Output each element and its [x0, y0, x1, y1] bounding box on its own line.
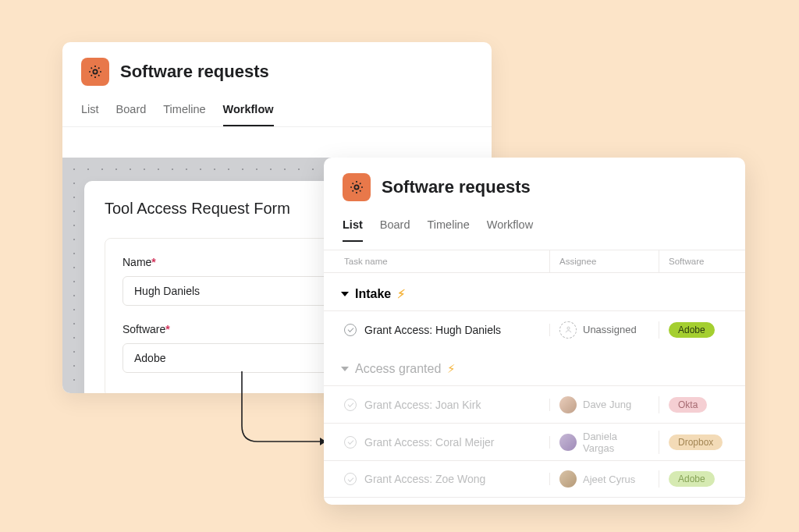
task-name-cell[interactable]: Grant Access: Coral Meijer: [324, 436, 550, 449]
assignee-name: Ajeet Cyrus: [583, 473, 635, 485]
tab-workflow[interactable]: Workflow: [487, 214, 533, 242]
unassigned-avatar-icon: [559, 321, 577, 339]
software-pill: Adobe: [669, 471, 715, 487]
tab-list[interactable]: List: [343, 214, 363, 242]
chevron-down-icon: [341, 367, 349, 371]
assignee-name: Dave Jung: [583, 399, 631, 410]
field-name-label-text: Name: [123, 256, 151, 268]
check-circle-icon[interactable]: [344, 473, 357, 485]
check-circle-icon[interactable]: [344, 436, 357, 449]
assignee-cell[interactable]: Unassigned: [550, 321, 659, 339]
task-row[interactable]: Grant Access: Hugh Daniels Unassigned Ad…: [324, 310, 745, 348]
tab-workflow[interactable]: Workflow: [223, 98, 274, 126]
avatar: [559, 470, 577, 488]
svg-point-1: [354, 185, 358, 189]
tab-board[interactable]: Board: [116, 98, 147, 126]
table-header: Task name Assignee Software: [324, 250, 745, 273]
task-row[interactable]: Grant Access: Zoe Wong Ajeet Cyrus Adobe: [324, 460, 745, 498]
assignee-name: Daniela Vargas: [583, 431, 649, 454]
task-name: Grant Access: Coral Meijer: [364, 436, 495, 449]
column-software[interactable]: Software: [659, 250, 745, 272]
svg-point-0: [93, 69, 97, 73]
section-title: Intake: [355, 287, 391, 301]
software-cell[interactable]: Adobe: [659, 322, 745, 338]
lightning-icon: ⚡︎: [397, 287, 406, 301]
software-cell[interactable]: Okta: [659, 397, 745, 413]
assignee-cell[interactable]: Daniela Vargas: [550, 431, 659, 454]
software-pill: Okta: [669, 397, 707, 413]
assignee-cell[interactable]: Ajeet Cyrus: [550, 470, 659, 488]
chevron-down-icon: [341, 292, 349, 296]
task-name-cell[interactable]: Grant Access: Hugh Daniels: [324, 324, 550, 336]
svg-point-2: [566, 327, 569, 329]
software-cell[interactable]: Adobe: [659, 471, 745, 487]
list-card: Software requests List Board Timeline Wo…: [324, 158, 745, 505]
project-icon-tile: [81, 58, 109, 86]
gear-icon: [349, 179, 364, 195]
task-name-cell[interactable]: Grant Access: Joan Kirk: [324, 399, 550, 411]
column-task[interactable]: Task name: [324, 250, 550, 272]
section-access-granted[interactable]: Access granted ⚡︎: [324, 348, 745, 385]
gear-icon: [87, 64, 103, 80]
assignee-name: Unassigned: [583, 324, 637, 335]
task-row[interactable]: Grant Access: Coral Meijer Daniela Varga…: [324, 423, 745, 460]
software-pill: Adobe: [669, 322, 715, 338]
section-title: Access granted: [355, 362, 441, 376]
card-header: Software requests: [62, 42, 492, 90]
project-icon-tile: [343, 173, 371, 201]
tab-board[interactable]: Board: [380, 214, 410, 242]
check-circle-icon[interactable]: [344, 324, 357, 336]
assignee-cell[interactable]: Dave Jung: [550, 396, 659, 413]
project-title: Software requests: [382, 177, 531, 197]
view-tabs-back: List Board Timeline Workflow: [62, 90, 492, 127]
tab-timeline[interactable]: Timeline: [427, 214, 469, 242]
task-name: Grant Access: Hugh Daniels: [364, 324, 501, 336]
lightning-icon: ⚡︎: [447, 362, 456, 376]
column-assignee[interactable]: Assignee: [550, 250, 659, 272]
section-intake[interactable]: Intake ⚡︎: [324, 273, 745, 310]
software-cell[interactable]: Dropbox: [659, 434, 745, 450]
view-tabs-front: List Board Timeline Workflow: [324, 206, 745, 242]
card-header: Software requests: [324, 158, 745, 206]
required-asterisk: *: [151, 256, 155, 268]
project-title: Software requests: [120, 62, 269, 82]
software-pill: Dropbox: [669, 434, 723, 450]
tab-timeline[interactable]: Timeline: [163, 98, 205, 126]
tab-list[interactable]: List: [81, 98, 99, 126]
check-circle-icon[interactable]: [344, 399, 357, 411]
task-name: Grant Access: Zoe Wong: [364, 473, 485, 485]
avatar: [559, 396, 577, 413]
task-name-cell[interactable]: Grant Access: Zoe Wong: [324, 473, 550, 485]
task-name: Grant Access: Joan Kirk: [364, 399, 481, 411]
task-row[interactable]: Grant Access: Joan Kirk Dave Jung Okta: [324, 385, 745, 423]
avatar: [559, 434, 577, 451]
field-software-label-text: Software: [123, 323, 165, 335]
required-asterisk: *: [165, 323, 169, 335]
